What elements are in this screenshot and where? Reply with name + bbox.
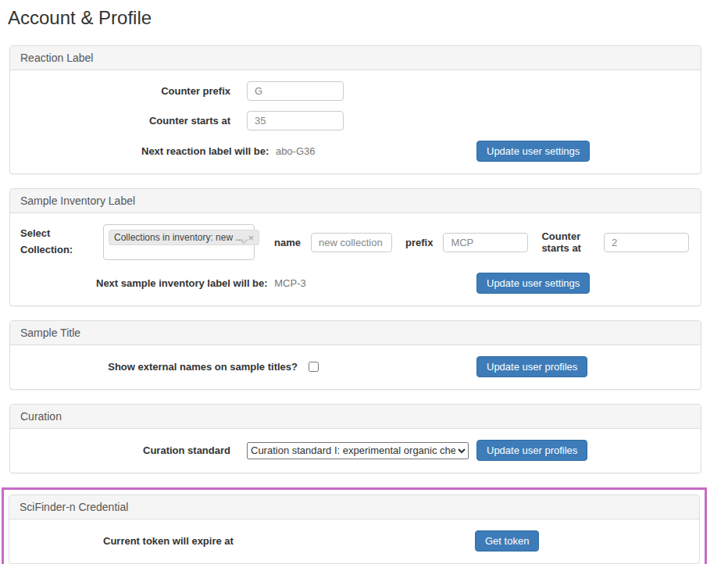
panel-scifinder-credential: SciFinder-n Credential Current token wil…: [9, 494, 700, 564]
collection-multiselect[interactable]: Collections in inventory: new ...×: [103, 224, 255, 260]
scifinder-heading: SciFinder-n Credential: [9, 495, 699, 519]
curation-standard-select[interactable]: Curation standard I: experimental organi…: [247, 442, 469, 459]
get-token-button[interactable]: Get token: [475, 530, 539, 552]
selected-collection-tag-label: Collections in inventory: new ...: [114, 232, 243, 243]
prefix-label: prefix: [405, 237, 433, 248]
counter-prefix-label: Counter prefix: [20, 85, 230, 97]
update-user-settings-button[interactable]: Update user settings: [476, 141, 590, 162]
remove-tag-icon[interactable]: ×: [248, 233, 254, 243]
reaction-label-body: Counter prefix Counter starts at Next re…: [10, 70, 701, 173]
settings-panels-container: Reaction Label Counter prefix Counter st…: [9, 45, 701, 564]
scifinder-highlight-box: SciFinder-n Credential Current token wil…: [2, 487, 707, 564]
panel-curation: Curation Curation standard Curation stan…: [9, 404, 701, 473]
name-label: name: [274, 237, 301, 248]
sample-inventory-body: Select Collection: Collections in invent…: [10, 213, 701, 305]
next-inventory-label: Next sample inventory label will be:: [96, 277, 268, 289]
next-reaction-value: abo-G36: [276, 145, 316, 157]
panel-reaction-label: Reaction Label Counter prefix Counter st…: [9, 45, 701, 174]
external-names-checkbox[interactable]: [309, 362, 319, 372]
counter-prefix-input[interactable]: [247, 81, 344, 101]
selected-collection-tag: Collections in inventory: new ...×: [109, 230, 259, 245]
sample-title-heading: Sample Title: [10, 321, 701, 345]
next-inventory-value: MCP-3: [274, 277, 305, 289]
curation-standard-label: Curation standard: [20, 444, 230, 456]
update-user-settings-button[interactable]: Update user settings: [476, 273, 590, 294]
inventory-counter-starts-label: Counter starts at: [541, 230, 594, 254]
panel-sample-inventory-label: Sample Inventory Label Select Collection…: [9, 188, 701, 306]
sample-title-body: Show external names on sample titles? Up…: [10, 345, 701, 389]
next-inventory-label-line: Next sample inventory label will be: MCP…: [96, 277, 306, 289]
select-collection-label: Select Collection:: [20, 226, 78, 259]
counter-starts-label: Counter starts at: [20, 115, 230, 127]
panel-sample-title: Sample Title Show external names on samp…: [9, 320, 701, 390]
update-user-profiles-button[interactable]: Update user profiles: [476, 440, 587, 461]
name-input[interactable]: [311, 233, 392, 252]
update-user-profiles-button[interactable]: Update user profiles: [476, 356, 587, 377]
inventory-counter-starts-input[interactable]: [604, 233, 689, 252]
reaction-label-heading: Reaction Label: [10, 46, 701, 70]
next-reaction-label-line: Next reaction label will be: abo-G36: [141, 145, 316, 157]
counter-starts-input[interactable]: [247, 111, 344, 130]
sample-inventory-heading: Sample Inventory Label: [10, 189, 701, 213]
curation-body: Curation standard Curation standard I: e…: [10, 429, 701, 473]
next-reaction-label: Next reaction label will be:: [141, 145, 269, 157]
scifinder-body: Current token will expire at Get token: [9, 519, 699, 563]
external-names-question-label: Show external names on sample titles?: [20, 361, 298, 373]
page-title: Account & Profile: [8, 7, 728, 29]
prefix-input[interactable]: [443, 233, 528, 252]
curation-heading: Curation: [10, 405, 701, 429]
current-token-label: Current token will expire at: [103, 535, 234, 547]
